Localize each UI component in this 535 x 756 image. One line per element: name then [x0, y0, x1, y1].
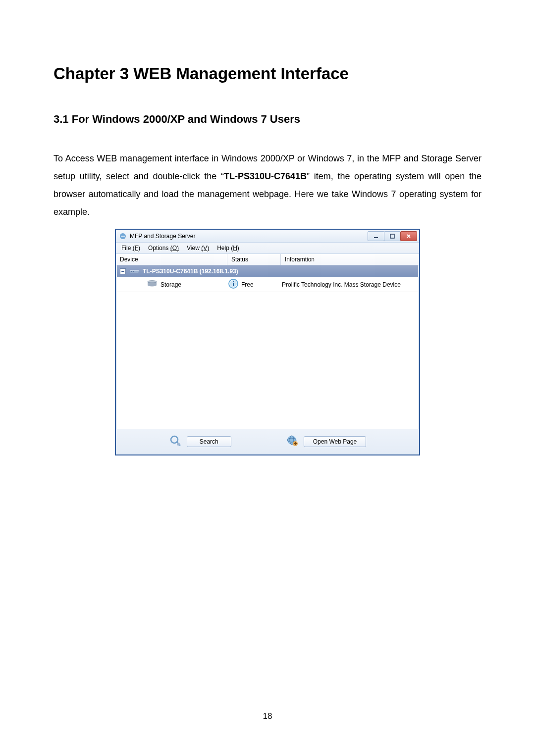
list-body: − TL-PS310U-C7641B (192.168.1.93) Storag… [117, 265, 418, 429]
svg-point-5 [131, 271, 132, 272]
open-web-button-group: Open Web Page [286, 434, 367, 449]
menubar: File (F) Options (O) View (V) Help (H) [116, 243, 419, 254]
svg-rect-4 [130, 270, 139, 271]
titlebar: MFP and Storage Server [116, 230, 419, 243]
app-icon [119, 232, 127, 240]
menu-options-label: Options [148, 245, 170, 252]
window-title: MFP and Storage Server [130, 233, 368, 240]
column-status[interactable]: Status [227, 254, 281, 265]
device-child-row[interactable]: Storage Free Prolific Technology Inc. Ma… [117, 277, 418, 292]
close-button[interactable] [400, 231, 417, 241]
device-group-row[interactable]: − TL-PS310U-C7641B (192.168.1.93) [117, 265, 418, 277]
device-group-label: TL-PS310U-C7641B (192.168.1.93) [143, 268, 238, 275]
child-info-cell: Prolific Technology Inc. Mass Storage De… [282, 281, 418, 288]
svg-rect-12 [233, 283, 234, 286]
svg-rect-11 [233, 281, 234, 282]
section-title: 3.1 For Windows 2000/XP and Windows 7 Us… [54, 113, 482, 126]
menu-help-accel: (H) [231, 245, 239, 252]
list-header: Device Status Inforamtion [116, 254, 419, 265]
svg-point-15 [177, 443, 180, 446]
storage-icon [147, 280, 158, 289]
window-controls [368, 231, 417, 241]
column-device[interactable]: Device [116, 254, 227, 265]
maximize-button[interactable] [384, 231, 401, 241]
menu-file-accel: (F) [133, 245, 140, 252]
open-web-page-button[interactable]: Open Web Page [304, 436, 367, 447]
device-model-bold: TL-PS310U-C7641B [224, 171, 307, 181]
child-status-cell: Free [228, 279, 282, 290]
globe-icon [286, 434, 299, 449]
child-device-cell: Storage [147, 280, 228, 289]
search-button-group: Search [169, 434, 231, 449]
menu-view-label: View [187, 245, 201, 252]
svg-rect-1 [374, 237, 378, 238]
child-device-label: Storage [160, 281, 181, 288]
menu-options-accel: (O) [170, 245, 179, 252]
menu-file-label: File [121, 245, 133, 252]
menu-view-accel: (V) [201, 245, 209, 252]
menu-help-label: Help [217, 245, 231, 252]
intro-paragraph: To Access WEB management interface in Wi… [54, 150, 482, 221]
minimize-button[interactable] [368, 231, 384, 241]
info-icon [228, 279, 238, 290]
menu-file[interactable]: File (F) [120, 244, 142, 252]
svg-point-6 [133, 271, 134, 272]
column-information[interactable]: Inforamtion [281, 254, 419, 265]
bottom-bar: Search Open Web Page [116, 429, 419, 454]
collapse-icon[interactable]: − [120, 268, 126, 274]
menu-help[interactable]: Help (H) [215, 244, 241, 252]
page-number: 18 [0, 711, 535, 721]
search-button[interactable]: Search [187, 436, 231, 447]
child-status-label: Free [241, 281, 254, 288]
menu-options[interactable]: Options (O) [147, 244, 180, 252]
app-window: MFP and Storage Server File (F) Options … [115, 229, 420, 455]
network-device-icon [129, 267, 140, 276]
svg-rect-21 [294, 443, 297, 444]
search-icon [169, 434, 182, 449]
svg-rect-2 [390, 234, 394, 238]
menu-view[interactable]: View (V) [185, 244, 211, 252]
chapter-title: Chapter 3 WEB Management Interface [54, 64, 482, 83]
